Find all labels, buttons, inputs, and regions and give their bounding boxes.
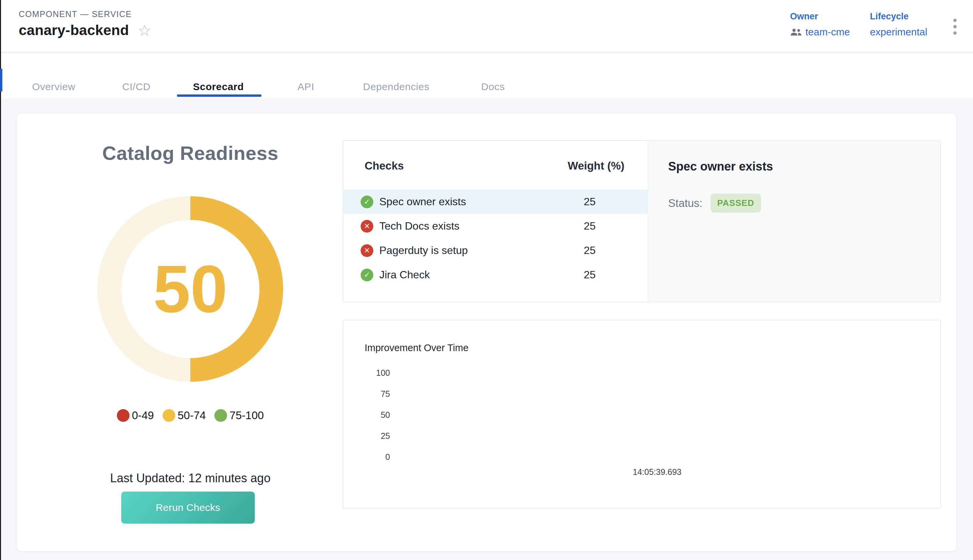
tab-scorecard[interactable]: Scorecard [193,81,244,92]
check-row-tech-docs[interactable]: ✕ Tech Docs exists 25 [343,214,648,238]
owner-block: Owner team-cme [790,12,850,38]
legend-dot-red [117,409,130,422]
page-content: Catalog Readiness 50 0-49 50-74 75-100 L… [0,98,973,560]
lifecycle-block: Lifecycle experimental [870,12,927,38]
legend-item-low: 0-49 [117,409,154,422]
more-options-icon[interactable] [952,17,958,36]
owner-label: Owner [790,12,850,22]
check-row-jira[interactable]: ✓ Jira Check 25 [343,263,648,287]
favorite-star-icon[interactable]: ☆ [138,23,151,38]
page-title: canary-backend [19,22,129,38]
status-badge: PASSED [711,193,761,213]
x-tick-timestamp: 14:05:39.693 [557,467,757,477]
entity-tab-bar: Overview CI/CD Scorecard API Dependencie… [0,53,973,98]
scorecard-title: Catalog Readiness [17,142,364,164]
legend-dot-yellow [163,409,175,422]
rerun-checks-button[interactable]: Rerun Checks [121,492,255,523]
left-edge-accent-bar [0,69,2,92]
tab-overview[interactable]: Overview [32,81,75,92]
tab-api[interactable]: API [297,81,314,92]
owner-value: team-cme [805,27,850,38]
entity-header: COMPONENT — SERVICE canary-backend ☆ Own… [0,0,973,53]
legend-dot-green [214,409,227,422]
status-label: Status: [668,197,703,210]
tab-docs[interactable]: Docs [481,81,505,92]
scorecard-panel: Catalog Readiness 50 0-49 50-74 75-100 L… [17,113,956,551]
lifecycle-value[interactable]: experimental [870,27,927,38]
readiness-donut: 50 [97,196,283,382]
tab-cicd[interactable]: CI/CD [122,81,150,92]
tab-dependencies[interactable]: Dependencies [363,81,429,92]
y-tick-50: 50 [358,410,390,420]
weight-column-header: Weight (%) [544,160,624,172]
check-row-pagerduty[interactable]: ✕ Pagerduty is setup 25 [343,238,648,263]
checks-column-header: Checks [365,160,404,172]
breadcrumb: COMPONENT — SERVICE [19,9,132,19]
last-updated-text: Last Updated: 12 minutes ago [17,471,364,485]
y-tick-75: 75 [358,388,390,399]
score-value: 50 [97,196,283,382]
check-status-icon: ✓ [360,195,373,208]
checks-card: Checks Weight (%) ✓ Spec owner exists 25… [342,140,941,302]
y-tick-0: 0 [358,452,390,462]
check-detail-panel: Spec owner exists Status: PASSED [648,141,940,302]
check-status-icon: ✓ [360,268,373,281]
lifecycle-label: Lifecycle [870,12,927,22]
y-tick-100: 100 [358,367,390,378]
readiness-summary: Catalog Readiness 50 0-49 50-74 75-100 L… [17,113,364,551]
score-legend: 0-49 50-74 75-100 [17,409,364,422]
check-row-spec-owner[interactable]: ✓ Spec owner exists 25 [343,190,648,214]
group-icon [790,28,802,37]
chart-title: Improvement Over Time [365,342,469,353]
legend-item-mid: 50-74 [163,409,206,422]
improvement-chart-card: Improvement Over Time 100 75 50 25 0 14:… [342,320,941,508]
active-tab-indicator [177,95,262,97]
y-tick-25: 25 [358,430,390,441]
check-status-icon: ✕ [360,220,373,233]
owner-link[interactable]: team-cme [790,27,850,38]
legend-item-high: 75-100 [214,409,264,422]
check-status-icon: ✕ [360,244,373,257]
check-detail-title: Spec owner exists [668,160,773,173]
